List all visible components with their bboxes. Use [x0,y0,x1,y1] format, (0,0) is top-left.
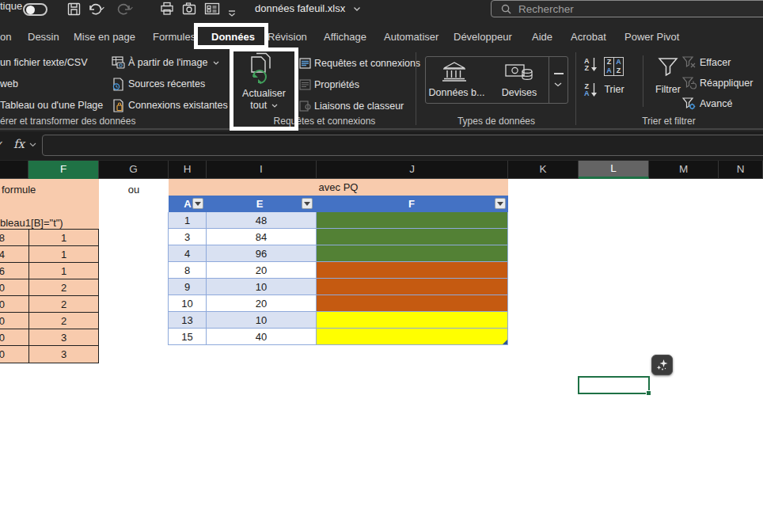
advanced-filter-icon [682,97,697,114]
intra-group-divider [643,55,643,107]
column-header-F[interactable]: F [28,161,99,179]
cell-formule-label[interactable]: formule [2,181,36,198]
fill-handle[interactable] [646,390,651,396]
filter-dropdown-A[interactable] [192,198,203,209]
from-picture-icon [112,56,125,72]
column-header-K[interactable]: K [508,161,579,179]
filter-dropdown-E[interactable] [302,198,313,209]
clear-filter-button: Effacer [700,57,731,69]
autosave-toggle[interactable] [23,3,47,16]
avec-pq-label[interactable]: avec PQ [169,179,508,196]
column-header-J[interactable]: J [317,161,508,179]
screenshot-button[interactable] [182,2,196,19]
column-header-N[interactable]: N [719,161,763,179]
save-button[interactable] [67,2,81,19]
clear-filter-icon [682,56,697,72]
colored-cell[interactable] [317,245,508,262]
tab-aide[interactable]: Aide [532,25,552,49]
tab-acrobat[interactable]: Acrobat [571,25,606,49]
currencies-button[interactable]: Devises [491,87,548,99]
column-header-stub[interactable] [0,161,28,179]
tab-revision[interactable]: Révision [268,25,307,49]
column-header-M[interactable]: M [649,161,719,179]
highlight-box-refresh [230,48,298,131]
colored-cell[interactable] [317,279,508,295]
print-button[interactable] [160,2,174,19]
form-icon [204,2,220,16]
column-header-H[interactable]: H [169,161,207,179]
autosave-label: tique [0,0,22,12]
selected-cell[interactable] [578,376,650,394]
from-text-csv-button[interactable]: un fichier texte/CSV [0,57,87,69]
column-header-I[interactable]: I [207,161,317,179]
table-resize-handle[interactable] [503,340,507,344]
colored-cell[interactable] [317,312,508,329]
chevron-down-icon [353,6,361,12]
filter-dropdown-F[interactable] [495,198,506,209]
sort-ascending-button[interactable]: AZ [584,57,598,73]
existing-connections-icon [112,99,124,116]
table-row: 496 [169,245,508,262]
tab-power-pivot[interactable]: Power Pivot [624,25,679,49]
undo-button[interactable] [87,2,108,19]
colored-cell[interactable] [317,229,508,245]
enter-check-icon[interactable]: ✓ [0,138,5,152]
fx-button[interactable]: fx [13,137,25,151]
arrow-down-icon [590,57,598,73]
colored-cell[interactable] [317,295,508,312]
tab-formules[interactable]: Formules [153,25,195,49]
tab-dessin[interactable]: Dessin [28,25,59,49]
table-row: 1310 [169,312,508,329]
cell-ou-label[interactable]: ou [99,181,169,198]
sparkle-icon [655,359,669,372]
sparkle-button[interactable] [651,355,673,375]
stocks-data-button[interactable]: Données b... [421,87,492,99]
pq-header-F: F [364,196,459,212]
reapply-filter-icon [682,77,697,93]
document-title[interactable]: données fafeuil.xlsx [255,2,361,14]
form-view-button[interactable] [204,2,220,19]
group-label-sort-filter: Trier et filtrer [621,116,716,127]
recent-sources-button[interactable]: Sources récentes [128,78,205,90]
chevron-down-icon [29,142,36,148]
column-header-L[interactable]: L [579,161,649,179]
table-row: 148 [169,212,508,229]
tab-mise-en-page[interactable]: Mise en page [74,25,135,49]
sort-button[interactable]: ZA AZ [604,57,624,76]
group-label-get-transform: érer et transformer des données [0,116,135,127]
from-table-range-button[interactable]: Tableau ou d'une Plage [0,100,103,112]
colored-cell[interactable] [317,212,508,229]
advanced-filter-button[interactable]: Avancé [700,98,732,110]
gallery-more-button[interactable] [554,73,564,90]
sheet-area[interactable]: formule ou bleau1[B]="t") avec PQ 481 84… [0,179,763,532]
from-picture-button[interactable]: À partir de l'image [128,57,219,69]
tab-insertion[interactable]: on [0,25,11,49]
tab-developpeur[interactable]: Développeur [454,25,512,49]
tab-automatiser[interactable]: Automatiser [384,25,438,49]
toggle-knob [26,6,35,14]
excel-window: tique [0,0,763,532]
queries-connections-button[interactable]: Requêtes et connexions [314,58,420,70]
table-row: 910 [169,279,508,295]
currencies-icon [505,63,533,86]
from-picture-label: À partir de l'image [128,57,207,68]
existing-connections-button[interactable]: Connexions existantes [128,100,228,112]
column-header-G[interactable]: G [99,161,169,179]
colored-cell[interactable] [317,262,508,279]
pq-table-header: A E F [169,196,508,212]
qat-overflow-button[interactable] [228,6,236,20]
printer-icon [160,2,174,16]
colored-cell[interactable] [317,329,508,345]
search-input[interactable]: Rechercher [491,0,763,17]
table-row: 403 [0,346,98,363]
formula-input[interactable] [42,135,763,156]
table-row: 202 [0,313,98,329]
redo-button[interactable] [116,2,136,19]
group-label-data-types: Types de données [443,116,549,127]
chevron-down-icon [228,10,236,17]
table-row: 384 [169,229,508,245]
from-web-button[interactable]: web [0,78,18,90]
tab-affichage[interactable]: Affichage [324,25,366,49]
redo-icon [116,2,136,16]
filter-button[interactable] [658,57,678,80]
